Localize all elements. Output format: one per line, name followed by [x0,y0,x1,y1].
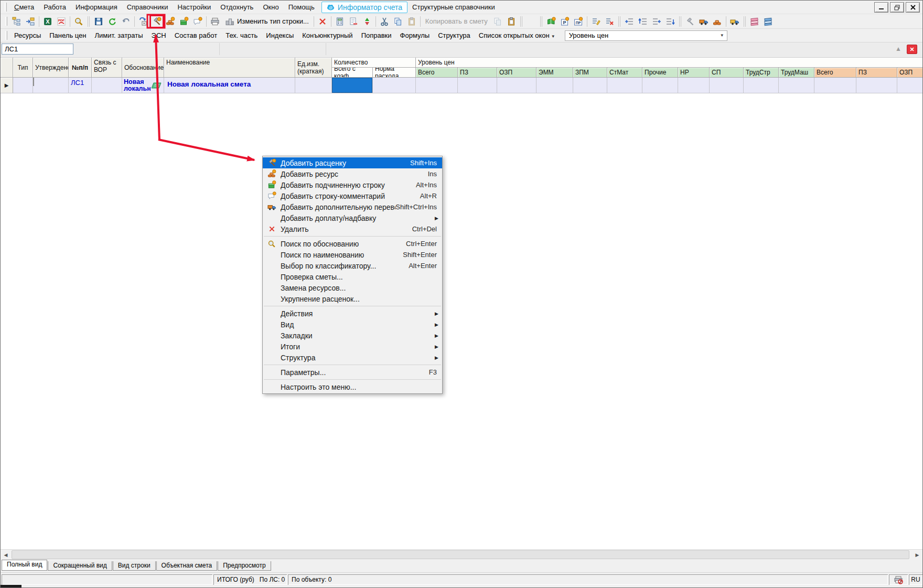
menu-rabota[interactable]: Работа [39,2,71,13]
header-justification[interactable]: Обоснование [122,58,164,78]
menu-informer[interactable]: @ Информатор счета [321,2,407,13]
header-approved[interactable]: Утверждено [33,58,69,78]
header-pl-ozp[interactable]: ОЗП [497,68,536,78]
cell-pl-pz[interactable] [458,78,497,93]
cell-pl-nr[interactable] [678,78,710,93]
menu-smeta[interactable]: Смета [9,2,39,13]
context-menu-item-add-rate[interactable]: Добавить расценку Shift+Ins [263,157,442,168]
pdf-export-button[interactable]: PDF [55,15,68,28]
tab-row-view[interactable]: Вид строки [113,561,156,571]
cell-pl-vsego[interactable] [416,78,458,93]
header-qty-norm[interactable]: Норма расхода [373,68,416,78]
tree-delete-button[interactable] [603,15,616,28]
header-price-level[interactable]: Уровень цен [416,58,922,68]
minimize-button[interactable] [874,2,888,13]
context-menu-item-replace-resources[interactable]: Замена ресурсов... [263,282,442,293]
header-pl2-vsego[interactable]: Всего [814,68,856,78]
methodics-book-button[interactable] [761,15,775,28]
cell-pl2-ozp[interactable] [897,78,922,93]
copy-to-estimate-button[interactable]: Копировать в смету [422,17,491,25]
context-menu-item-add-comment[interactable]: Добавить строку-комментарий Alt+R [263,190,442,201]
transport-extra-button[interactable] [728,15,742,28]
menu-informacia[interactable]: Информация [71,2,122,13]
copy-gray-button[interactable] [491,15,505,28]
raise-row-button[interactable] [636,15,650,28]
cut-button[interactable] [378,15,391,28]
refresh-button[interactable] [105,15,119,28]
menu-otdohnut[interactable]: Отдохнуть [216,2,258,13]
context-menu-item-parameters[interactable]: Параметры... F3 [263,367,442,378]
rates-catalog-button[interactable] [683,15,697,28]
cell-pl2-vsego[interactable] [814,78,856,93]
context-menu-item-add-transport[interactable]: Добавить дополнительную перевозку Shift+… [263,201,442,212]
row-selector[interactable]: ▶ [1,78,13,93]
add-rate-button[interactable] [150,15,164,28]
horizontal-scrollbar[interactable]: ◀ ▶ [1,549,922,560]
estimate-code-input[interactable] [2,44,73,55]
toolbar-grip[interactable] [5,17,7,26]
panel-resursy[interactable]: Ресурсы [10,30,45,41]
menu-pomosch[interactable]: Помощь [284,2,319,13]
outdent-row-button[interactable] [650,15,663,28]
header-type[interactable]: Тип [13,58,33,78]
scroll-right-button[interactable]: ▶ [912,550,922,560]
panel-indeksy[interactable]: Индексы [262,30,298,41]
cell-pl-emm[interactable] [536,78,573,93]
header-vor[interactable]: Связь с ВОР [92,58,122,78]
header-pl-prochie[interactable]: Прочие [642,68,678,78]
add-subrow-button[interactable] [177,15,191,28]
excel-export-button[interactable]: X [41,15,55,28]
selected-cell[interactable] [332,78,372,93]
status-language-indicator[interactable]: RU [909,574,922,585]
cell-pl-prochie[interactable] [642,78,678,93]
header-pl-trudmash[interactable]: ТрудМаш [779,68,814,78]
transport-catalog-button[interactable] [697,15,711,28]
context-menu-item-add-subrow[interactable]: Добавить подчиненную строку Alt+Ins [263,179,442,190]
toolbar-grip[interactable] [5,3,7,12]
print-button[interactable] [208,15,222,28]
close-filter-button[interactable]: ✕ [907,45,917,54]
context-menu-item-customize[interactable]: Настроить это меню... [263,381,442,392]
cell-pl-sp[interactable] [710,78,744,93]
workbook-button[interactable] [544,15,558,28]
context-menu-item-totals[interactable]: Итоги ▶ [263,341,442,352]
header-unit[interactable]: Ед.изм.(краткая) [295,58,332,78]
change-row-type-button[interactable]: Изменить тип строки... [222,17,312,26]
paste-button[interactable] [405,15,418,28]
tab-preview[interactable]: Предпросмотр [218,561,271,571]
menu-structural[interactable]: Структурные справочники [407,2,500,13]
panel-struktura[interactable]: Структура [434,30,475,41]
header-pl2-pz[interactable]: ПЗ [856,68,897,78]
cell-justification[interactable]: Новая локальн [122,78,164,93]
calculator-button[interactable] [333,15,347,28]
context-menu-item-search-justification[interactable]: Поиск по обоснованию Ctrl+Enter [263,238,442,249]
tab-full-view[interactable]: Полный вид [2,560,47,571]
search-button[interactable] [72,15,85,28]
panel-panel-cen[interactable]: Панель цен [45,30,90,41]
cell-approved[interactable] [33,78,69,93]
approved-checkbox[interactable] [33,78,34,86]
header-pl-pz[interactable]: ПЗ [458,68,497,78]
panel-esn[interactable]: ЭСН [147,30,170,41]
add-resource-button[interactable] [164,15,177,28]
panel-teh-chast[interactable]: Тех. часть [221,30,262,41]
context-menu-item-actions[interactable]: Действия ▶ [263,308,442,319]
scroll-left-button[interactable]: ◀ [1,550,11,560]
toolbar-grip[interactable] [5,31,7,40]
close-button[interactable] [906,2,920,13]
panel-popravki[interactable]: Поправки [357,30,396,41]
cell-pl2-pz[interactable] [856,78,897,93]
cell-unit[interactable] [295,78,332,93]
cell-pl-trudstr[interactable] [744,78,779,93]
context-menu-item-view[interactable]: Вид ▶ [263,319,442,330]
tree-edit-button[interactable] [589,15,603,28]
cell-pl-trudmash[interactable] [779,78,814,93]
panel-formuly[interactable]: Формулы [396,30,434,41]
context-menu-item-add-surcharge[interactable]: Добавить доплату/надбавку ▶ [263,212,442,223]
estimate-row[interactable]: ▶ ЛС1 Новая локальн Новая локальная смет… [1,78,922,93]
header-pl-vsego[interactable]: Всего [416,68,458,78]
delete-button[interactable] [316,15,329,28]
context-menu-item-delete[interactable]: Удалить Ctrl+Del [263,223,442,234]
context-menu-item-search-name[interactable]: Поиск по наименованию Shift+Enter [263,249,442,260]
status-panel-printer[interactable] [889,574,908,585]
